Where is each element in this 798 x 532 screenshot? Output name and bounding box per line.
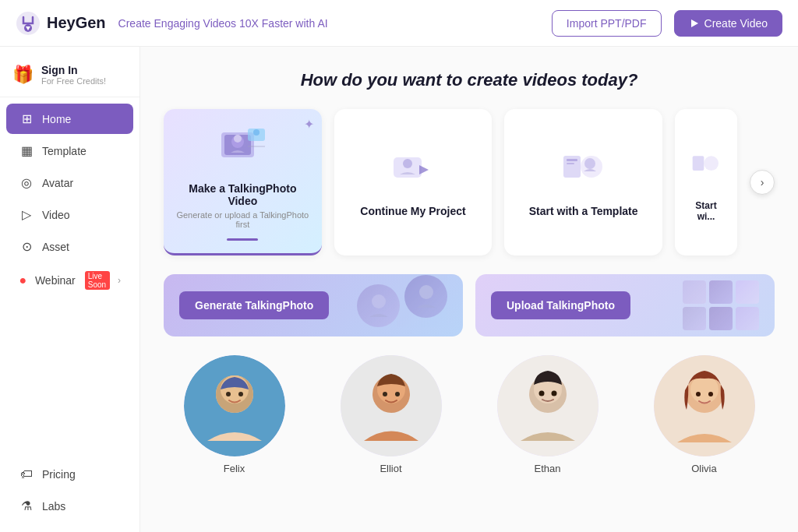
- create-video-icon: [689, 18, 700, 29]
- video-icon: ▷: [19, 207, 34, 222]
- start-template-card-title: Start with a Template: [529, 205, 638, 217]
- sidebar-item-video-label: Video: [42, 209, 70, 221]
- svg-point-41: [690, 375, 719, 403]
- upload-talking-photo-card[interactable]: Upload TalkingPhoto: [475, 274, 775, 336]
- talking-photo-section: Generate TalkingPhoto Upload TalkingPhot…: [164, 274, 775, 336]
- sign-in-section[interactable]: 🎁 Sign In For Free Credits!: [0, 56, 139, 97]
- svg-rect-19: [693, 156, 704, 171]
- continue-project-illustration: [390, 151, 436, 190]
- svg-point-18: [584, 158, 595, 169]
- start-template-icon: [560, 151, 607, 197]
- sidebar-item-webinar[interactable]: ● Webinar Live Soon ›: [6, 263, 133, 298]
- start-other-card-title: Start wi...: [687, 200, 725, 222]
- svg-point-12: [403, 159, 412, 168]
- card-start-other[interactable]: Start wi...: [675, 109, 737, 255]
- active-indicator: [227, 238, 258, 241]
- avatar-item-ethan[interactable]: Ethan: [477, 355, 618, 474]
- logo: HeyGen: [16, 11, 106, 36]
- avatar-img-ethan: [497, 355, 598, 456]
- svg-point-38: [551, 391, 556, 396]
- pricing-icon: 🏷: [19, 467, 34, 481]
- svg-point-7: [234, 135, 242, 143]
- main-content: How do you want to create videos today? …: [140, 47, 798, 532]
- template-icon: ▦: [19, 143, 34, 158]
- olivia-avatar-svg: [654, 355, 755, 456]
- carousel-next-button[interactable]: ›: [750, 170, 775, 195]
- card-carousel: ✦ Make a TalkingPhoto Video Generate or: [164, 109, 775, 255]
- sidebar-item-pricing[interactable]: 🏷 Pricing: [6, 460, 133, 489]
- svg-rect-15: [567, 159, 577, 161]
- create-video-button[interactable]: Create Video: [674, 10, 782, 37]
- header: HeyGen Create Engaging Videos 10X Faster…: [0, 0, 798, 47]
- avatar-name-ethan: Ethan: [535, 463, 561, 474]
- page-title: How do you want to create videos today?: [164, 70, 775, 90]
- avatar-img-felix: [184, 355, 285, 456]
- svg-point-28: [238, 392, 243, 396]
- continue-project-card-title: Continue My Project: [360, 205, 465, 217]
- svg-point-21: [372, 294, 386, 308]
- labs-icon: ⚗: [19, 499, 34, 513]
- chevron-right-icon: ›: [118, 275, 121, 286]
- svg-point-20: [704, 156, 719, 171]
- avatar-item-olivia[interactable]: Olivia: [634, 355, 775, 474]
- svg-point-37: [538, 391, 544, 396]
- sparkle-icon: ✦: [304, 117, 314, 132]
- talking-photo-illustration: [215, 125, 270, 167]
- svg-marker-13: [419, 165, 429, 174]
- art-avatar-2: [404, 275, 447, 318]
- card-continue-project[interactable]: Continue My Project: [334, 109, 493, 255]
- svg-rect-16: [567, 163, 574, 164]
- sign-in-sub: For Free Credits!: [41, 76, 106, 86]
- ethan-avatar-svg: [497, 355, 598, 456]
- svg-point-9: [253, 129, 260, 136]
- sidebar-item-asset-label: Asset: [42, 241, 69, 253]
- live-soon-badge: Live Soon: [85, 271, 110, 290]
- avatar-name-elliot: Elliot: [380, 463, 401, 474]
- sidebar: 🎁 Sign In For Free Credits! ⊞ Home ▦ Tem…: [0, 47, 140, 532]
- generate-talking-photo-card[interactable]: Generate TalkingPhoto: [164, 274, 463, 336]
- sidebar-item-webinar-label: Webinar: [35, 274, 76, 287]
- chevron-right-icon: ›: [761, 176, 764, 188]
- app-layout: 🎁 Sign In For Free Credits! ⊞ Home ▦ Tem…: [0, 47, 798, 532]
- generate-talking-photo-button[interactable]: Generate TalkingPhoto: [179, 291, 329, 319]
- generate-bg-art: [357, 284, 447, 327]
- sidebar-item-labs[interactable]: ⚗ Labs: [6, 491, 133, 521]
- sidebar-item-template[interactable]: ▦ Template: [6, 136, 133, 166]
- avatar-img-olivia: [654, 355, 755, 456]
- svg-marker-3: [691, 19, 698, 27]
- svg-point-42: [696, 392, 701, 396]
- card-start-template[interactable]: Start with a Template: [504, 109, 662, 255]
- sidebar-item-home-label: Home: [42, 113, 71, 125]
- svg-point-22: [419, 285, 433, 299]
- felix-avatar-svg: [184, 355, 285, 456]
- avatar-name-felix: Felix: [224, 463, 245, 474]
- talking-photo-card-title: Make a TalkingPhoto Video: [176, 182, 309, 207]
- sidebar-item-template-label: Template: [42, 145, 87, 157]
- avatar-icon: ◎: [19, 175, 34, 190]
- sidebar-item-avatar-label: Avatar: [42, 177, 73, 189]
- avatar-img-elliot: [341, 355, 442, 456]
- import-button[interactable]: Import PPT/PDF: [552, 10, 662, 37]
- avatar-item-felix[interactable]: Felix: [164, 355, 305, 474]
- collage-art: [683, 280, 759, 330]
- continue-project-icon: [390, 151, 436, 197]
- upload-talking-photo-button[interactable]: Upload TalkingPhoto: [491, 291, 630, 319]
- sidebar-item-pricing-label: Pricing: [42, 468, 76, 481]
- start-other-illustration: [690, 146, 722, 185]
- svg-point-33: [395, 392, 400, 396]
- talking-photo-card-icon: [215, 125, 270, 174]
- sidebar-item-home[interactable]: ⊞ Home: [6, 104, 133, 134]
- start-other-icon: [690, 146, 722, 192]
- svg-point-32: [383, 392, 387, 396]
- svg-point-43: [708, 392, 713, 396]
- home-icon: ⊞: [19, 111, 34, 126]
- card-talking-photo[interactable]: ✦ Make a TalkingPhoto Video Generate or: [164, 109, 322, 255]
- sidebar-item-asset[interactable]: ⊙ Asset: [6, 231, 133, 262]
- sidebar-item-labs-label: Labs: [42, 500, 65, 513]
- talking-photo-card-subtitle: Generate or upload a TalkingPhoto first: [176, 210, 309, 229]
- avatar-item-elliot[interactable]: Elliot: [320, 355, 461, 474]
- logo-text: HeyGen: [47, 14, 106, 32]
- header-tagline: Create Engaging Videos 10X Faster with A…: [118, 17, 539, 30]
- sidebar-item-avatar[interactable]: ◎ Avatar: [6, 167, 133, 198]
- sidebar-item-video[interactable]: ▷ Video: [6, 199, 133, 230]
